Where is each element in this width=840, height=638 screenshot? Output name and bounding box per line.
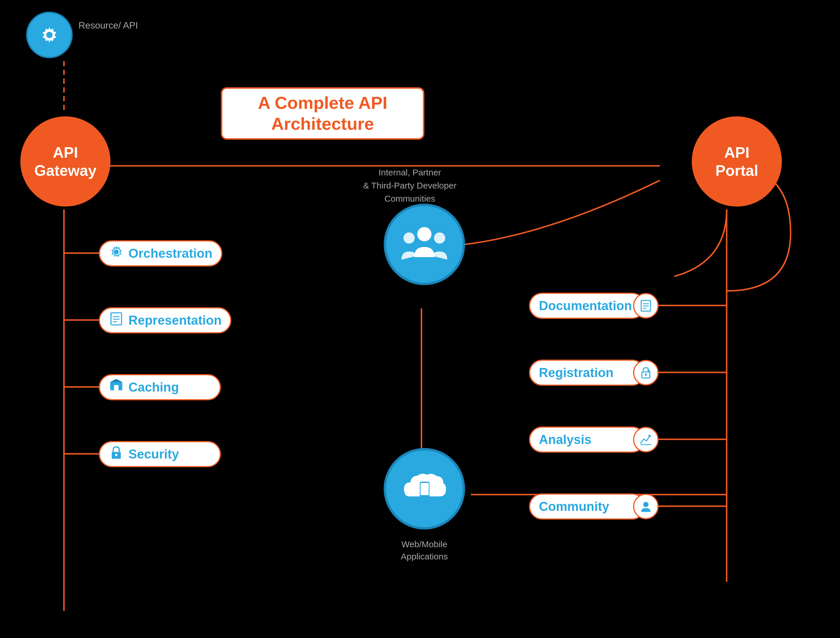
svg-rect-24 <box>114 385 118 390</box>
caching-pill: Caching <box>99 374 221 400</box>
community-icon <box>633 494 658 519</box>
security-icon <box>109 445 124 464</box>
orchestration-label: Orchestration <box>128 246 213 261</box>
svg-point-27 <box>417 227 432 241</box>
representation-label: Representation <box>128 313 221 328</box>
representation-pill: Representation <box>99 307 231 333</box>
web-mobile-circle <box>384 448 465 529</box>
documentation-label: Documentation <box>539 299 632 313</box>
caching-icon <box>109 378 124 397</box>
communities-label: Internal, Partner& Third-Party Developer… <box>357 166 462 205</box>
caching-label: Caching <box>128 380 179 394</box>
api-architecture-box: A Complete API Architecture <box>221 87 424 139</box>
api-architecture-title: A Complete API Architecture <box>237 92 408 135</box>
registration-pill: Registration <box>529 359 645 386</box>
svg-rect-31 <box>421 483 429 495</box>
community-pill: Community <box>529 493 645 519</box>
svg-point-40 <box>643 502 649 507</box>
svg-point-14 <box>46 32 53 38</box>
orchestration-icon <box>109 244 124 263</box>
analysis-icon <box>633 427 658 453</box>
registration-label: Registration <box>539 366 614 380</box>
security-pill: Security <box>99 441 221 467</box>
svg-point-17 <box>114 249 119 254</box>
svg-point-29 <box>434 233 445 244</box>
orchestration-pill: Orchestration <box>99 240 223 266</box>
resource-api-circle <box>26 12 73 58</box>
resource-api-label: Resource/ API <box>79 19 138 32</box>
community-label: Community <box>539 499 609 514</box>
svg-point-26 <box>115 454 117 456</box>
web-mobile-label: Web/MobileApplications <box>375 538 474 563</box>
svg-point-28 <box>403 233 415 244</box>
communities-circle <box>384 204 465 285</box>
analysis-pill: Analysis <box>529 426 645 453</box>
documentation-pill: Documentation <box>529 293 645 319</box>
security-label: Security <box>128 447 179 461</box>
api-portal-circle: API Portal <box>692 116 782 207</box>
registration-icon <box>633 360 658 385</box>
svg-point-38 <box>645 374 647 375</box>
api-gateway-circle: API Gateway <box>21 116 111 207</box>
documentation-icon <box>633 293 658 318</box>
representation-icon <box>109 311 124 329</box>
svg-marker-23 <box>110 379 122 382</box>
analysis-label: Analysis <box>539 432 592 447</box>
svg-point-32 <box>423 496 426 497</box>
